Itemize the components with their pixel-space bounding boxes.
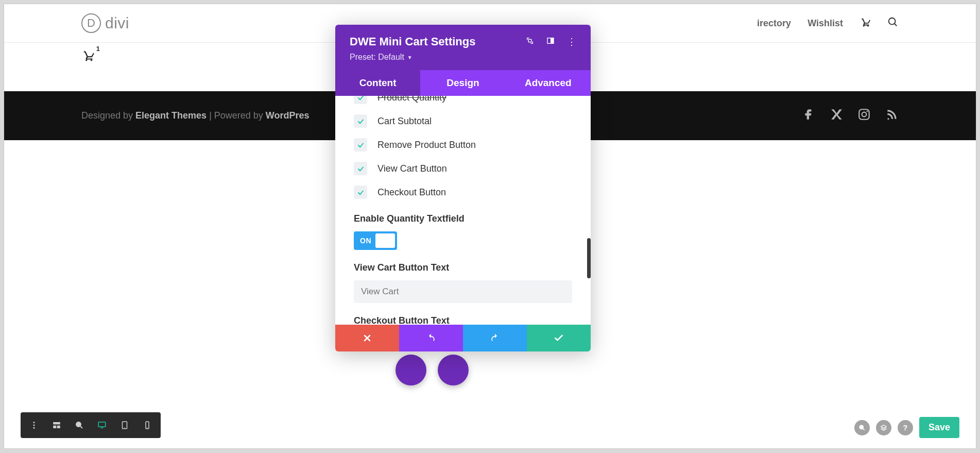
checkbox-view-cart[interactable]: [354, 162, 367, 175]
footer-link-wordpress[interactable]: WordPres: [266, 110, 310, 121]
toolbar-menu-icon[interactable]: [24, 416, 44, 434]
view-cart-text-input[interactable]: [354, 280, 572, 303]
tab-design[interactable]: Design: [420, 70, 505, 96]
svg-point-25: [147, 427, 148, 428]
facebook-icon[interactable]: [802, 108, 815, 124]
section-enable-quantity: Enable Quantity Textfield ON: [354, 204, 572, 253]
redo-button[interactable]: [463, 325, 527, 351]
wireframe-view-icon[interactable]: [46, 416, 67, 434]
fab-button-2[interactable]: [438, 355, 469, 385]
field-label: View Cart Button Text: [354, 262, 572, 273]
scrollbar-thumb[interactable]: [587, 238, 591, 278]
section-checkout-text: Checkout Button Text: [354, 306, 572, 325]
instagram-icon[interactable]: [857, 108, 871, 124]
modal-header-actions: ⋮: [526, 37, 576, 47]
zoom-view-icon[interactable]: [69, 416, 90, 434]
x-twitter-icon[interactable]: [830, 108, 843, 124]
svg-point-18: [76, 422, 81, 427]
nav-link-wishlist[interactable]: Wishlist: [807, 18, 843, 29]
discard-button[interactable]: [335, 325, 399, 351]
chevron-down-icon: ▼: [407, 55, 412, 60]
checkbox-label: Product Quantity: [377, 96, 446, 103]
field-label: Enable Quantity Textfield: [354, 213, 572, 224]
svg-point-26: [859, 425, 863, 429]
svg-rect-21: [101, 428, 104, 429]
toggle-thumb: [375, 233, 395, 248]
site-logo[interactable]: D divi: [81, 13, 129, 33]
svg-point-8: [867, 111, 868, 112]
svg-point-13: [33, 425, 35, 426]
more-options-icon[interactable]: ⋮: [567, 37, 576, 46]
checkbox-label: Cart Subtotal: [377, 116, 432, 127]
modal-body: Product Quantity Cart Subtotal Remove Pr…: [335, 96, 591, 325]
nav-link-directory[interactable]: irectory: [757, 18, 791, 29]
builder-toolbar: [21, 412, 161, 438]
page-canvas: D divi irectory Wishlist 1 Designed by E…: [4, 4, 976, 448]
builder-fab-dock: [396, 355, 469, 385]
svg-rect-20: [98, 422, 106, 427]
module-settings-modal: DWE Mini Cart Settings ⋮ Preset: Default…: [335, 25, 591, 351]
desktop-view-icon[interactable]: [92, 416, 112, 434]
modal-footer: [335, 325, 591, 351]
header-nav: irectory Wishlist: [757, 16, 899, 30]
svg-point-23: [124, 427, 125, 428]
tab-advanced[interactable]: Advanced: [506, 70, 591, 96]
footer-link-elegant[interactable]: Elegant Themes: [135, 110, 207, 121]
mini-cart-button[interactable]: 1: [81, 49, 95, 64]
svg-point-4: [85, 59, 87, 61]
footer-text-1: Designed by: [81, 110, 135, 121]
builder-bottom-right: ? Save: [854, 417, 959, 438]
svg-point-2: [889, 18, 896, 25]
checkbox-checkout[interactable]: [354, 186, 367, 199]
layers-icon[interactable]: [876, 420, 891, 435]
section-view-cart-text: View Cart Button Text: [354, 253, 572, 306]
rss-icon[interactable]: [885, 108, 899, 124]
expand-icon[interactable]: [526, 37, 534, 47]
modal-header: DWE Mini Cart Settings ⋮ Preset: Default…: [335, 25, 591, 70]
checkbox-row-remove-product: Remove Product Button: [354, 133, 572, 157]
svg-line-19: [80, 426, 82, 428]
logo-mark-icon: D: [81, 13, 101, 33]
cart-icon[interactable]: [859, 16, 871, 30]
svg-line-3: [895, 24, 897, 26]
svg-point-0: [863, 25, 865, 27]
phone-view-icon[interactable]: [137, 416, 158, 434]
svg-rect-9: [528, 39, 531, 42]
save-button[interactable]: Save: [919, 417, 959, 438]
checkbox-row-view-cart: View Cart Button: [354, 157, 572, 180]
footer-social: [802, 108, 899, 124]
tab-content[interactable]: Content: [335, 70, 420, 96]
svg-line-27: [863, 428, 865, 430]
snap-icon[interactable]: [546, 37, 555, 47]
svg-point-7: [862, 112, 867, 117]
undo-button[interactable]: [399, 325, 463, 351]
checkbox-label: Checkout Button: [377, 187, 446, 198]
svg-rect-16: [53, 426, 56, 428]
modal-title: DWE Mini Cart Settings: [350, 35, 475, 48]
toggle-enable-quantity[interactable]: ON: [354, 231, 397, 250]
search-layers-icon[interactable]: [854, 420, 870, 435]
toggle-on-label: ON: [360, 237, 371, 245]
checkbox-cart-subtotal[interactable]: [354, 114, 367, 128]
checkbox-product-quantity[interactable]: [354, 96, 367, 104]
svg-point-14: [33, 427, 35, 429]
field-label: Checkout Button Text: [354, 315, 572, 325]
tablet-view-icon[interactable]: [114, 416, 135, 434]
svg-point-5: [91, 59, 92, 61]
checkbox-label: Remove Product Button: [377, 140, 476, 150]
elements-checkboxes: Product Quantity Cart Subtotal Remove Pr…: [354, 96, 572, 204]
fab-button-1[interactable]: [396, 355, 426, 385]
svg-rect-17: [57, 426, 60, 428]
footer-text-2: | Powered by: [207, 110, 266, 121]
checkbox-row-checkout: Checkout Button: [354, 180, 572, 204]
svg-point-12: [33, 422, 35, 423]
apply-button[interactable]: [527, 325, 591, 351]
preset-label: Preset: Default: [350, 53, 404, 62]
svg-point-1: [867, 25, 869, 27]
checkbox-row-cart-subtotal: Cart Subtotal: [354, 109, 572, 133]
svg-rect-11: [551, 38, 554, 44]
checkbox-remove-product[interactable]: [354, 138, 367, 152]
search-icon[interactable]: [887, 16, 899, 30]
help-icon[interactable]: ?: [898, 420, 913, 435]
preset-selector[interactable]: Preset: Default ▼: [350, 53, 576, 62]
